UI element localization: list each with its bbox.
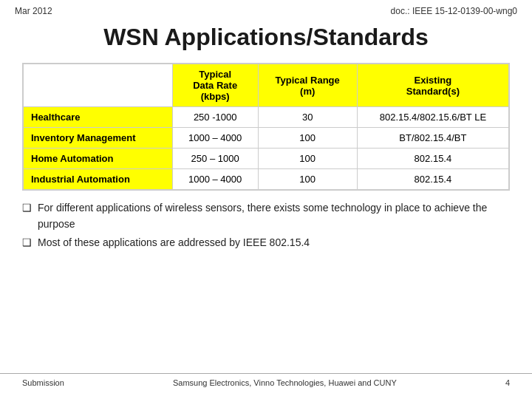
- col-header-data-rate: TypicalData Rate(kbps): [172, 64, 258, 107]
- row-data-rate-2: 250 – 1000: [172, 149, 258, 169]
- footer: Submission Samsung Electronics, Vinno Te…: [0, 373, 532, 392]
- row-data-rate-0: 250 -1000: [172, 107, 258, 128]
- row-range-1: 100: [258, 128, 357, 149]
- row-standard-3: 802.15.4: [357, 169, 508, 190]
- col-header-range: Typical Range(m): [258, 64, 357, 107]
- table-row: Home Automation250 – 1000100802.15.4: [24, 149, 509, 169]
- table-header-row: TypicalData Rate(kbps) Typical Range(m) …: [24, 64, 509, 107]
- date-label: Mar 2012: [15, 6, 52, 16]
- bullet-sym-2: ❑: [22, 234, 32, 250]
- page-title: WSN Applications/Standards: [0, 19, 532, 63]
- col-header-empty: [24, 64, 173, 107]
- data-table: TypicalData Rate(kbps) Typical Range(m) …: [22, 63, 510, 191]
- bullet-section: ❑ For different applications of wireless…: [22, 200, 510, 250]
- bullet-item-1: ❑ For different applications of wireless…: [22, 200, 510, 233]
- row-data-rate-3: 1000 – 4000: [172, 169, 258, 190]
- row-standard-0: 802.15.4/802.15.6/BT LE: [357, 107, 508, 128]
- row-label-0: Healthcare: [24, 107, 173, 128]
- bullet-text-1: For different applications of wireless s…: [38, 200, 510, 233]
- footer-center: Samsung Electronics, Vinno Technologies,…: [64, 378, 505, 387]
- row-label-2: Home Automation: [24, 149, 173, 169]
- row-standard-1: BT/802.15.4/BT: [357, 128, 508, 149]
- row-range-3: 100: [258, 169, 357, 190]
- row-standard-2: 802.15.4: [357, 149, 508, 169]
- table-row: Healthcare250 -100030802.15.4/802.15.6/B…: [24, 107, 509, 128]
- bullet-sym-1: ❑: [22, 200, 32, 233]
- footer-left: Submission: [22, 378, 64, 387]
- bullet-item-2: ❑ Most of these applications are address…: [22, 234, 510, 250]
- row-range-0: 30: [258, 107, 357, 128]
- col-header-standard: ExistingStandard(s): [357, 64, 508, 107]
- table-row: Industrial Automation1000 – 4000100802.1…: [24, 169, 509, 190]
- footer-page: 4: [505, 378, 510, 387]
- row-label-3: Industrial Automation: [24, 169, 173, 190]
- doc-label: doc.: IEEE 15-12-0139-00-wng0: [391, 6, 517, 16]
- table-row: Inventory Management1000 – 4000100BT/802…: [24, 128, 509, 149]
- row-label-1: Inventory Management: [24, 128, 173, 149]
- row-data-rate-1: 1000 – 4000: [172, 128, 258, 149]
- top-bar: Mar 2012 doc.: IEEE 15-12-0139-00-wng0: [0, 0, 532, 19]
- row-range-2: 100: [258, 149, 357, 169]
- bullet-text-2: Most of these applications are addressed…: [38, 234, 310, 250]
